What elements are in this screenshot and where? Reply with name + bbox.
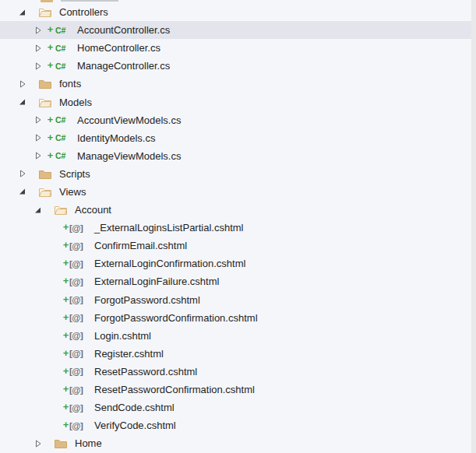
tree-item-fonts[interactable]: fonts: [0, 75, 476, 93]
pending-add-icon: +: [62, 420, 69, 430]
folder-closed-icon: [55, 438, 68, 449]
razor-view-icon: [@]: [69, 403, 87, 413]
tree-item-resetpasswordconfirmation[interactable]: + [@] ResetPasswordConfirmation.cshtml: [0, 381, 476, 399]
pending-add-icon: +: [62, 348, 69, 358]
razor-view-icon: [@]: [69, 367, 87, 376]
tree-item-label: ForgotPasswordConfirmation.cshtml: [94, 312, 258, 324]
tree-item-label: SendCode.cshtml: [94, 402, 175, 413]
expander-spacer: [50, 402, 62, 413]
pending-add-icon: +: [47, 42, 54, 52]
expander-spacer: [50, 276, 62, 287]
csharp-file-icon: C#: [54, 44, 70, 53]
csharp-file-icon: C#: [54, 133, 70, 142]
tree-item-account-folder[interactable]: Account: [0, 201, 476, 219]
expander-expanded-icon[interactable]: [19, 7, 31, 18]
tree-item-label: Views: [59, 186, 86, 198]
tree-item-views[interactable]: Views: [0, 183, 476, 201]
solution-explorer-tree: Controllers + C# AccountController.cs + …: [0, 0, 476, 453]
tree-item-confirmemail[interactable]: + [@] ConfirmEmail.cshtml: [0, 237, 476, 255]
vertical-scrollbar-track[interactable]: [471, 0, 476, 453]
expander-collapsed-icon[interactable]: [34, 43, 47, 54]
clipped-label-sliver: [61, 0, 118, 2]
razor-view-icon: [@]: [69, 385, 87, 395]
razor-view-icon: [@]: [69, 313, 87, 322]
tree-item-register[interactable]: + [@] Register.cshtml: [0, 345, 476, 363]
expander-spacer: [50, 366, 62, 377]
tree-item-label: HomeController.cs: [77, 42, 160, 54]
tree-item-label: ManageViewModels.cs: [77, 150, 181, 162]
tree-item-label: Home: [75, 437, 102, 449]
pending-add-icon: +: [62, 384, 69, 394]
tree-item-externalloginslistpartial[interactable]: + [@] _ExternalLoginsListPartial.cshtml: [0, 219, 476, 237]
tree-item-label: ExternalLoginConfirmation.cshtml: [94, 258, 245, 269]
expander-spacer: [50, 258, 62, 269]
tree-item-verifycode[interactable]: + [@] VerifyCode.cshtml: [0, 416, 476, 434]
expander-collapsed-icon[interactable]: [19, 168, 31, 179]
razor-view-icon: [@]: [69, 331, 87, 340]
expander-collapsed-icon[interactable]: [34, 61, 47, 72]
tree-item-home-folder[interactable]: Home: [0, 434, 476, 452]
tree-item-accountviewmodels[interactable]: + C# AccountViewModels.cs: [0, 111, 476, 129]
tree-item-identitymodels[interactable]: + C# IdentityModels.cs: [0, 129, 476, 147]
pending-add-icon: +: [47, 60, 54, 70]
pending-add-icon: +: [62, 366, 69, 376]
tree-item-label: ResetPasswordConfirmation.cshtml: [94, 384, 255, 395]
tree-item-controllers[interactable]: Controllers: [0, 3, 476, 21]
pending-add-icon: +: [47, 24, 54, 34]
csharp-file-icon: C#: [54, 151, 70, 160]
tree-item-models[interactable]: Models: [0, 93, 476, 111]
folder-open-icon: [39, 97, 52, 107]
pending-add-icon: +: [62, 402, 69, 412]
tree-item-label: ExternalLoginFailure.cshtml: [94, 276, 219, 287]
expander-expanded-icon[interactable]: [19, 186, 31, 197]
tree-item-label: _ExternalLoginsListPartial.cshtml: [94, 222, 243, 234]
tree-item-label: Register.cshtml: [94, 348, 164, 360]
expander-collapsed-icon[interactable]: [34, 438, 47, 449]
tree-item-label: AccountViewModels.cs: [77, 114, 181, 126]
folder-open-icon: [55, 205, 68, 216]
tree-item-forgotpassword[interactable]: + [@] ForgotPassword.cshtml: [0, 291, 476, 309]
pending-add-icon: +: [47, 114, 54, 125]
tree-item-login[interactable]: + [@] Login.cshtml: [0, 327, 476, 345]
tree-item-externalloginconfirmation[interactable]: + [@] ExternalLoginConfirmation.cshtml: [0, 255, 476, 272]
tree-item-resetpassword[interactable]: + [@] ResetPassword.cshtml: [0, 363, 476, 381]
tree-item-label: ForgotPassword.cshtml: [94, 294, 200, 306]
clipped-row-above: [0, 0, 476, 3]
tree-item-label: ResetPassword.cshtml: [94, 366, 197, 378]
expander-expanded-icon[interactable]: [34, 205, 47, 216]
tree-item-accountcontroller[interactable]: + C# AccountController.cs: [0, 21, 476, 39]
expander-collapsed-icon[interactable]: [34, 132, 47, 143]
expander-spacer: [50, 241, 62, 251]
folder-open-icon: [39, 186, 52, 197]
razor-view-icon: [@]: [69, 277, 87, 286]
tree-item-scripts[interactable]: Scripts: [0, 165, 476, 183]
tree-item-manageviewmodels[interactable]: + C# ManageViewModels.cs: [0, 147, 476, 165]
expander-collapsed-icon[interactable]: [34, 114, 47, 125]
expander-collapsed-icon[interactable]: [19, 79, 31, 90]
tree-item-label: Controllers: [59, 6, 108, 18]
expander-expanded-icon[interactable]: [19, 97, 31, 107]
razor-view-icon: [@]: [69, 241, 87, 251]
expander-spacer: [50, 223, 62, 234]
tree-item-label: IdentityModels.cs: [77, 132, 155, 144]
pending-add-icon: +: [47, 132, 54, 142]
expander-spacer: [50, 420, 62, 431]
folder-closed-icon: [39, 168, 52, 179]
csharp-file-icon: C#: [54, 26, 70, 35]
razor-view-icon: [@]: [69, 295, 87, 304]
folder-open-icon: [39, 7, 52, 18]
expander-collapsed-icon[interactable]: [34, 150, 47, 161]
tree-item-forgotpasswordconfirmation[interactable]: + [@] ForgotPasswordConfirmation.cshtml: [0, 309, 476, 327]
expander-spacer: [50, 348, 62, 359]
pending-add-icon: +: [62, 222, 69, 232]
tree-item-sendcode[interactable]: + [@] SendCode.cshtml: [0, 399, 476, 416]
pending-add-icon: +: [62, 258, 69, 268]
tree-item-label: Models: [59, 97, 92, 108]
expander-collapsed-icon[interactable]: [34, 25, 47, 36]
tree-item-managecontroller[interactable]: + C# ManageController.cs: [0, 57, 476, 75]
tree-item-externalloginfailure[interactable]: + [@] ExternalLoginFailure.cshtml: [0, 272, 476, 290]
folder-closed-icon: [39, 79, 52, 90]
tree-item-label: VerifyCode.cshtml: [94, 420, 176, 431]
tree-item-homecontroller[interactable]: + C# HomeController.cs: [0, 39, 476, 57]
tree-item-label: fonts: [59, 78, 81, 90]
